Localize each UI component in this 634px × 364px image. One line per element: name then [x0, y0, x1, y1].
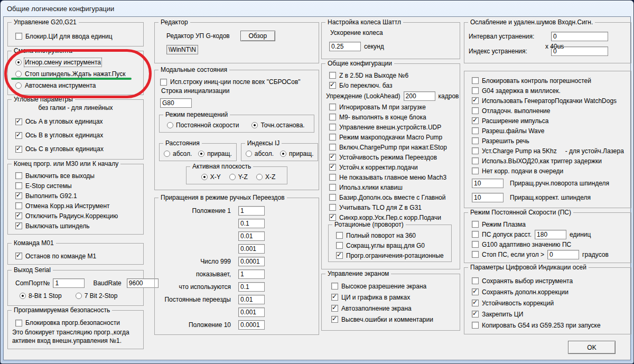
- hi-res-screen-row[interactable]: Высокое разрешение экрана: [326, 281, 455, 292]
- output20-trigger-row[interactable]: Использ.ВЫХОД20,как триггер задержки: [469, 156, 627, 166]
- no-fro-in-queue-checkbox[interactable]: [472, 167, 479, 174]
- disable-radius-comp-row[interactable]: ✓Отключить Радиусн.Коррекцию: [12, 211, 139, 221]
- debug-run-row[interactable]: Отладочн. выполнение: [469, 106, 627, 116]
- jog-step-2-input[interactable]: [238, 219, 265, 228]
- hi-res-screen-checkbox[interactable]: [331, 283, 338, 290]
- wheel-accel-input[interactable]: [329, 42, 361, 51]
- spindle-jog-incr-input[interactable]: [472, 179, 504, 188]
- use-watchdogs-checkbox[interactable]: ✓: [472, 97, 479, 104]
- com-port-input[interactable]: [53, 278, 85, 288]
- offsets-persistent-row[interactable]: ✓Устойчивость коррекций: [469, 297, 627, 309]
- rot-shortest-g0-row[interactable]: Сокращ.углы вращ.для G0: [333, 240, 447, 250]
- tlo-in-g31-row[interactable]: Учитывать TLO для Z в G31: [326, 202, 455, 212]
- jog-step-5-input[interactable]: [238, 257, 265, 266]
- plane-xz-option[interactable]: X-Z: [256, 173, 275, 181]
- plane-yz-option[interactable]: Y-Z: [229, 173, 248, 181]
- allow-speech-row[interactable]: Разрешить речь: [469, 136, 627, 146]
- lock-dro-row[interactable]: ✓Закрепить ЦИ: [469, 309, 627, 320]
- prog-safety-lock-checkbox[interactable]: [15, 320, 22, 326]
- stop-on-m1-checkbox[interactable]: ✓: [15, 253, 22, 259]
- allow-wave-files-row[interactable]: Разреш.файлы Wave: [469, 126, 627, 136]
- cancel-tool-offset-row[interactable]: Отмена Корр.на Инструмент: [12, 201, 139, 211]
- no-fro-in-queue-row[interactable]: Нет корр. подачи в очереди: [469, 166, 627, 176]
- home-safe-checkbox[interactable]: ✓: [329, 82, 336, 89]
- persist-tool-selection-row[interactable]: Сохранять выбор инструмента: [469, 275, 627, 286]
- plane-xy-radio[interactable]: [201, 174, 208, 180]
- jog-mode-persist-row[interactable]: ✓Устойчивость режима Переездов: [326, 152, 455, 162]
- allow-speech-checkbox[interactable]: [472, 137, 479, 144]
- rot-360-checkbox[interactable]: [336, 232, 343, 239]
- window-titlebar[interactable]: Общие логические конфигурации: [1, 1, 633, 16]
- jog-step-3-input[interactable]: [238, 231, 265, 241]
- no-system-menu-row[interactable]: Не показывать главное меню Mach3: [326, 172, 455, 182]
- spindle-ovr-incr-input[interactable]: [472, 193, 504, 202]
- boxed-dro-graphics-row[interactable]: ✓ЦИ и графика в рамках: [326, 292, 455, 303]
- auto-screen-enlarge-checkbox[interactable]: ✓: [331, 305, 338, 312]
- macro-pump-checkbox[interactable]: [329, 134, 336, 141]
- jog-step-9-input[interactable]: [238, 307, 265, 317]
- cv-dist-row[interactable]: ПС допуск расст.единиц: [469, 229, 627, 239]
- home-safe-row[interactable]: ✓Б/о переключ. баз: [326, 80, 455, 90]
- init-string-input[interactable]: [160, 98, 192, 108]
- ij-abs-radio[interactable]: [246, 151, 252, 157]
- axis-c-angular-checkbox[interactable]: ✓: [15, 146, 22, 153]
- macro-pump-row[interactable]: Режим макроподкачки Macro Pump: [326, 132, 455, 142]
- exact-stop-radio[interactable]: [251, 122, 258, 128]
- dist-abs-option[interactable]: абсол.: [164, 150, 192, 157]
- dist-abs-radio[interactable]: [164, 151, 170, 157]
- g04-dwell-ms-row[interactable]: G04 задержка в миллисек.: [469, 86, 627, 96]
- ok-button[interactable]: OK: [568, 341, 616, 354]
- chargepump-5khz-row[interactable]: Уст.Charge Pump на 5Khz- для устойч.Лазе…: [469, 146, 627, 156]
- ignore-m-on-load-row[interactable]: Игнорировать M при загрузке: [326, 102, 455, 112]
- udp-control-row[interactable]: Управление внешн.устройств.UDP: [326, 122, 455, 132]
- use-key-clicks-checkbox[interactable]: [329, 184, 336, 191]
- constant-velocity-option[interactable]: Постоянной скорости: [167, 122, 239, 129]
- bits-7-2-radio[interactable]: [76, 293, 82, 299]
- jog-step-6-input[interactable]: [238, 269, 265, 279]
- chargepump-5khz-checkbox[interactable]: [472, 147, 479, 154]
- disable-radius-comp-checkbox[interactable]: ✓: [15, 212, 22, 219]
- stop-spindle-wait-start-row[interactable]: Стоп шпиндель.Ждать нажат.Пуск: [12, 68, 139, 80]
- allow-wave-files-checkbox[interactable]: [472, 127, 479, 134]
- home-slave-with-master-row[interactable]: Базир.Дополн.ось вместе с Главной: [326, 192, 455, 202]
- auto-screen-enlarge-row[interactable]: ✓Автозаполнение экрана: [326, 303, 455, 314]
- dist-inc-option[interactable]: приращ.: [198, 150, 231, 157]
- udp-control-checkbox[interactable]: [329, 124, 336, 130]
- use-key-clicks-row[interactable]: Ипольз.клики клавиш: [326, 182, 455, 192]
- dist-inc-radio[interactable]: [198, 151, 204, 157]
- tlo-in-g31-checkbox[interactable]: [329, 204, 336, 211]
- gcode-editor-button[interactable]: Обзор: [240, 31, 275, 41]
- lookahead-input[interactable]: [404, 91, 435, 101]
- turn-off-outputs-checkbox[interactable]: [15, 172, 22, 179]
- jog-step-10-input[interactable]: [238, 320, 265, 330]
- ignore-tool-change-radio[interactable]: [15, 59, 22, 66]
- jog-step-4-input[interactable]: [238, 244, 265, 254]
- flash-errors-row[interactable]: ✓Высвеч.ошибки и комментарии: [326, 314, 455, 325]
- copy-g54-from-g59-checkbox[interactable]: [472, 322, 479, 329]
- g100-adaptive-row[interactable]: G100 адаптивно значению ПС: [469, 239, 627, 249]
- axis-b-angular-row[interactable]: ✓Ось B в угловых единицах: [12, 128, 139, 142]
- cv-angle-row[interactable]: Стоп ПС, если угол >градусов: [469, 249, 627, 259]
- jog-step-1-input[interactable]: [238, 206, 265, 216]
- use-watchdogs-row[interactable]: ✓Использовать ГенераторПодкачки WatchDog…: [469, 96, 627, 106]
- flash-errors-checkbox[interactable]: ✓: [331, 316, 338, 323]
- boxed-dro-graphics-checkbox[interactable]: ✓: [331, 294, 338, 301]
- stop-spindle-wait-start-radio[interactable]: [15, 71, 22, 77]
- ignore-tool-change-row[interactable]: Игнор.смену инструмента: [12, 57, 139, 68]
- cv-dist-checkbox[interactable]: [472, 231, 479, 238]
- persist-extra-offsets-row[interactable]: ✓Сохранять дополн.коррекции: [469, 286, 627, 297]
- debug-run-checkbox[interactable]: [472, 107, 479, 114]
- plasma-mode-row[interactable]: Режим Плазма: [469, 219, 627, 229]
- perform-g92-1-checkbox[interactable]: ✓: [15, 192, 22, 199]
- turn-off-spindle-row[interactable]: ✓Выключать шпиндель: [12, 221, 139, 231]
- ignore-m-on-load-checkbox[interactable]: [329, 104, 336, 110]
- sync-rapid-feed-corr-checkbox[interactable]: ✓: [329, 214, 336, 221]
- constant-velocity-radio[interactable]: [167, 122, 173, 128]
- use-init-string-row[interactable]: Исп.строку иниц-ции после всех "СБРОСов": [159, 77, 314, 87]
- output20-trigger-checkbox[interactable]: [472, 157, 479, 164]
- axis-a-angular-row[interactable]: ✓Ось A в угловых единицах: [12, 115, 139, 128]
- lock-dro-checkbox[interactable]: ✓: [472, 311, 479, 318]
- auto-tool-change-radio[interactable]: [15, 82, 22, 89]
- cv-angle-checkbox[interactable]: [472, 251, 479, 258]
- m9-end-of-block-row[interactable]: M9- выполнять в конце блока: [326, 112, 455, 122]
